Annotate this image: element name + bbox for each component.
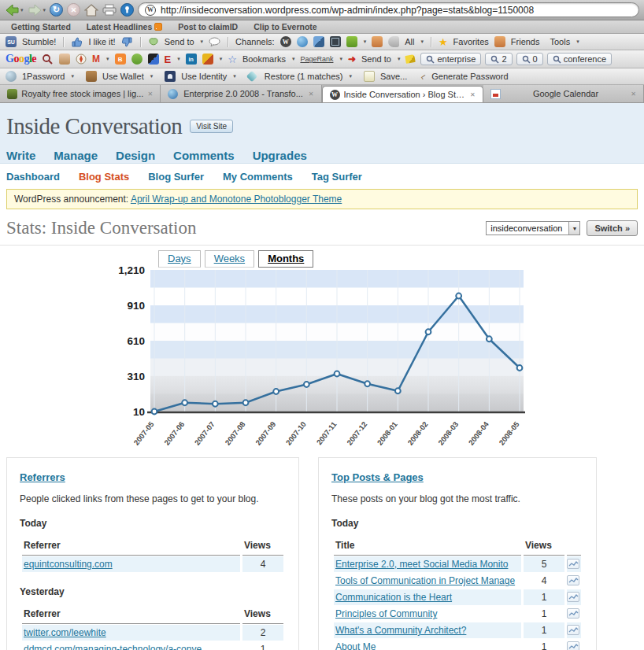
sparkline-icon[interactable] (567, 559, 579, 569)
bookmark-item[interactable]: Clip to Evernote (254, 22, 317, 31)
views-value: 1 (524, 606, 564, 622)
green-app-icon[interactable] (131, 54, 142, 65)
tab-close-icon[interactable]: ✕ (148, 90, 154, 98)
web-channel-icon[interactable] (297, 36, 308, 47)
addon-icon[interactable] (202, 54, 213, 65)
linkedin-icon[interactable]: in (186, 54, 197, 65)
nav-item-comments[interactable]: Comments (173, 149, 235, 162)
photo-tool-icon[interactable] (59, 54, 70, 65)
use-wallet-button[interactable]: Use Wallet (102, 72, 144, 81)
generate-password-button[interactable]: Generate Password (431, 72, 508, 81)
row-link[interactable]: Enterprise 2.0, meet Social Media Monito (335, 559, 508, 570)
chart-tab-days[interactable]: Days (158, 250, 201, 268)
nav-item-design[interactable]: Design (116, 149, 155, 162)
blog-select[interactable]: insideconversation ▼ (486, 221, 580, 235)
google-send-to-dropdown[interactable]: Send to (361, 54, 391, 64)
sparkline-icon[interactable] (567, 625, 579, 635)
row-link[interactable]: twitter.com/leewhite (24, 627, 106, 638)
stumble-button[interactable]: Stumble! (22, 37, 56, 46)
browser-tab[interactable]: Enterprise 2.0 2008 - Transfo...✕ (161, 85, 321, 102)
url-bar[interactable]: W http://insideconversation.wordpress.co… (138, 2, 639, 17)
subnav-item-my-comments[interactable]: My Comments (223, 171, 293, 183)
search-term-chip[interactable]: 2 (485, 53, 512, 65)
favorites-button[interactable]: Favorites (453, 37, 489, 46)
thumbs-down-icon[interactable] (121, 37, 133, 47)
row-link[interactable]: Communication is the Heart (335, 592, 452, 603)
row-link[interactable]: What's a Community Architect? (335, 625, 466, 636)
chart-tab-weeks[interactable]: Weeks (205, 250, 255, 268)
use-identity-button[interactable]: Use Identity (181, 72, 227, 81)
bookmark-item[interactable]: Getting Started (11, 22, 71, 31)
tools-dropdown[interactable]: Tools (550, 37, 571, 46)
sparkline-icon[interactable] (567, 641, 579, 650)
photos-channel-icon[interactable] (313, 36, 324, 47)
row-link[interactable]: About Me (335, 641, 376, 650)
row-link[interactable]: equintconsulting.com (24, 559, 113, 570)
onepassword-icon[interactable] (120, 3, 134, 17)
squares-icon[interactable] (148, 54, 159, 65)
sparkline-icon[interactable] (567, 592, 579, 602)
announcement-link[interactable]: April Wrap-up and Monotone Photoblogger … (131, 194, 342, 205)
visit-site-button[interactable]: Visit Site (190, 120, 233, 133)
browser-tab[interactable]: Google Calendar✕ (483, 85, 644, 102)
subnav-item-blog-surfer[interactable]: Blog Surfer (148, 171, 204, 183)
forward-button[interactable]: ▾ (28, 4, 46, 17)
search-term-chip[interactable]: conference (547, 53, 612, 65)
save-button[interactable]: Save... (380, 72, 407, 81)
row-link[interactable]: ddmcd.com/managing-technology/a-conve... (24, 644, 209, 650)
browser-tab[interactable]: WInside Conversation › Blog Stats...✕ (322, 86, 483, 102)
blogger-icon[interactable]: B (115, 54, 126, 65)
nav-item-manage[interactable]: Manage (54, 149, 98, 162)
e-app-icon[interactable]: E (165, 54, 172, 65)
google-bookmarks-dropdown[interactable]: Bookmarks (242, 54, 286, 64)
row-link[interactable]: Tools of Communication in Project Manage (335, 575, 515, 586)
wordpress-channel-icon[interactable]: W (280, 36, 291, 47)
subnav-item-dashboard[interactable]: Dashboard (6, 171, 60, 183)
section-heading[interactable]: Top Posts & Pages (331, 471, 424, 483)
send-to-icon (148, 37, 159, 46)
gmail-icon[interactable]: M (92, 54, 100, 65)
search-icon[interactable] (42, 54, 54, 65)
reload-button[interactable]: ↻ (50, 3, 63, 17)
table-row: What's a Community Architect?1 (334, 622, 581, 638)
back-button[interactable]: ▾ (5, 4, 24, 17)
thumbs-up-icon[interactable] (71, 37, 83, 47)
tab-close-icon[interactable]: ✕ (470, 91, 476, 98)
tag-icon[interactable] (388, 36, 399, 47)
stop-button[interactable]: ✕ (67, 3, 80, 17)
section-heading[interactable]: Referrers (20, 471, 65, 483)
switch-button[interactable]: Switch » (587, 220, 638, 236)
browser-tab[interactable]: Royalty free stock images | lig...✕ (0, 85, 161, 102)
restore-button[interactable]: Restore (1 matches) (265, 72, 343, 81)
pagerank-widget[interactable]: PageRank (300, 55, 333, 63)
nav-item-write[interactable]: Write (6, 149, 35, 162)
speech-bubble-icon[interactable] (209, 37, 220, 46)
row-link[interactable]: Principles of Community (335, 608, 437, 619)
home-icon[interactable] (84, 4, 98, 17)
people-icon[interactable] (372, 36, 383, 47)
send-to-button[interactable]: Send to (165, 37, 194, 46)
highlighter-icon[interactable] (405, 54, 416, 64)
bookmark-star-icon[interactable]: ☆ (228, 54, 237, 65)
search-term-chip[interactable]: enterprise (420, 53, 481, 65)
like-button[interactable]: I like it! (88, 37, 115, 46)
sparkline-icon[interactable] (567, 575, 579, 585)
friends-button[interactable]: Friends (511, 37, 540, 46)
search-icon (490, 55, 499, 64)
all-dropdown[interactable]: All (405, 37, 414, 46)
sparkline-icon[interactable] (567, 608, 579, 619)
tab-close-icon[interactable]: ✕ (631, 90, 636, 98)
onepassword-menu[interactable]: 1Password (22, 72, 65, 81)
bookmark-item[interactable]: Latest Headlines (87, 22, 162, 31)
tab-close-icon[interactable]: ✕ (309, 90, 314, 98)
search-term-chip[interactable]: 0 (516, 53, 543, 65)
nav-item-upgrades[interactable]: Upgrades (253, 149, 307, 162)
print-icon[interactable] (102, 4, 117, 16)
subnav-item-tag-surfer[interactable]: Tag Surfer (312, 171, 362, 183)
bookmark-item[interactable]: Post to claimID (178, 22, 238, 31)
subnav-item-blog-stats[interactable]: Blog Stats (79, 171, 129, 183)
video-channel-icon[interactable] (330, 36, 341, 47)
compass-icon[interactable] (76, 54, 87, 65)
chart-tab-months[interactable]: Months (258, 250, 313, 268)
green-channel-icon[interactable] (346, 36, 357, 47)
